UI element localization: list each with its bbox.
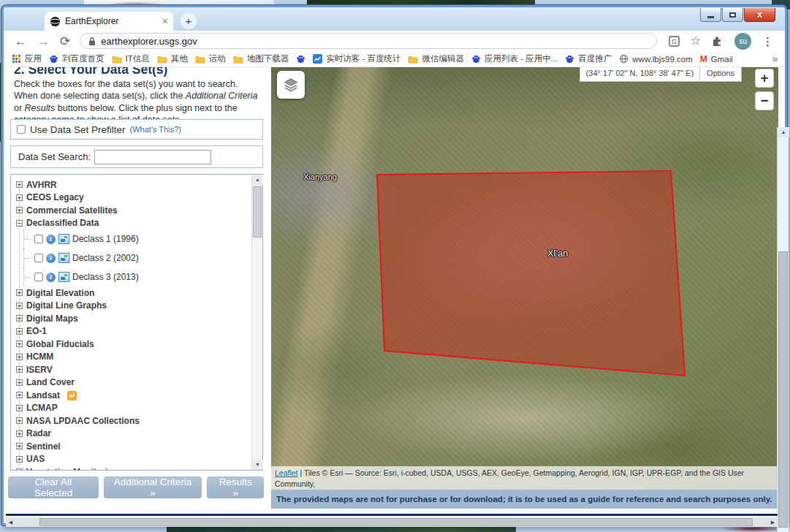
- extensions-puzzle-icon[interactable]: [712, 35, 723, 47]
- expand-icon[interactable]: +: [16, 443, 23, 449]
- tree-category[interactable]: +ISERV: [16, 363, 251, 376]
- expand-icon[interactable]: +: [16, 405, 23, 411]
- scroll-left-icon[interactable]: ◀: [6, 517, 15, 527]
- reload-icon[interactable]: ⟳: [60, 35, 70, 48]
- tree-category[interactable]: +Vegetation Monitoring: [16, 466, 251, 470]
- tree-category[interactable]: +Digital Maps: [16, 312, 251, 325]
- expand-icon[interactable]: +: [16, 430, 23, 437]
- translate-icon[interactable]: G: [669, 36, 680, 47]
- expand-icon[interactable]: +: [16, 456, 23, 463]
- tree-category[interactable]: +Sentinel: [16, 440, 251, 453]
- results-button[interactable]: Results »: [207, 476, 264, 498]
- bookmark-item[interactable]: IT信息: [108, 53, 153, 64]
- tree-category[interactable]: +Digital Elevation: [16, 286, 251, 300]
- expand-icon[interactable]: +: [16, 417, 23, 424]
- bookmark-item[interactable]: 到百度首页: [45, 53, 108, 64]
- scroll-right-icon[interactable]: ▶: [768, 517, 778, 527]
- info-icon[interactable]: i: [46, 273, 56, 282]
- expand-icon[interactable]: +: [16, 207, 23, 213]
- leaflet-link[interactable]: Leaflet: [275, 468, 298, 477]
- tree-category[interactable]: +AVHRR: [16, 178, 251, 191]
- tree-category[interactable]: +CEOS Legacy: [16, 191, 251, 205]
- whats-this-link[interactable]: (What's This?): [130, 125, 181, 134]
- dataset-preview-icon[interactable]: [58, 272, 69, 282]
- back-icon[interactable]: ←: [15, 35, 27, 48]
- bookmark-item[interactable]: 地图下载器: [229, 53, 293, 64]
- vertical-scrollbar-thumb[interactable]: [778, 251, 788, 528]
- dataset-preview-icon[interactable]: [58, 234, 69, 244]
- scroll-down-icon[interactable]: ▼: [252, 460, 263, 470]
- bookmark-item[interactable]: 应用列表 - 应用中...: [468, 53, 561, 64]
- window-minimize-button[interactable]: [700, 8, 721, 22]
- dataset-checkbox[interactable]: [34, 235, 43, 243]
- expand-icon[interactable]: +: [16, 289, 23, 296]
- info-icon[interactable]: i: [46, 254, 56, 263]
- expand-icon[interactable]: +: [16, 303, 23, 309]
- expand-icon[interactable]: +: [16, 379, 23, 386]
- tree-dataset-row[interactable]: iDeclass 1 (1996): [16, 229, 251, 248]
- browser-tab[interactable]: EarthExplorer ×: [45, 12, 173, 31]
- zoom-in-button[interactable]: +: [755, 69, 774, 88]
- prefilter-checkbox[interactable]: [17, 125, 26, 134]
- map-options-button[interactable]: Options: [699, 67, 741, 81]
- expand-icon[interactable]: +: [16, 315, 23, 322]
- bookmark-item[interactable]: 运动: [191, 53, 229, 64]
- tree-dataset-row[interactable]: iDeclass 2 (2002): [16, 248, 251, 267]
- bookmark-item[interactable]: 百度推广: [561, 53, 615, 64]
- search-area-polygon[interactable]: [271, 67, 778, 490]
- bookmark-star-icon[interactable]: ☆: [691, 35, 701, 47]
- new-tab-button[interactable]: +: [181, 13, 197, 29]
- profile-avatar[interactable]: su: [734, 33, 751, 50]
- page-vertical-scrollbar[interactable]: ▲ ▼: [777, 127, 789, 532]
- page-horizontal-scrollbar[interactable]: ◀ ▶: [6, 517, 778, 527]
- dataset-checkbox[interactable]: [34, 273, 43, 281]
- bookmark-item[interactable]: www.lbjs99.com: [615, 54, 696, 64]
- tree-dataset-row[interactable]: iDeclass 3 (2013): [16, 267, 251, 286]
- tree-category[interactable]: +HCMM: [16, 351, 251, 364]
- bookmark-item[interactable]: 其他: [153, 53, 191, 64]
- clear-all-selected-button[interactable]: Clear All Selected: [8, 476, 99, 498]
- tab-close-icon[interactable]: ×: [162, 16, 168, 26]
- expand-icon[interactable]: +: [16, 341, 23, 347]
- bookmark-item[interactable]: MGmail: [696, 55, 737, 64]
- tree-scrollbar[interactable]: ▲ ▼: [251, 175, 262, 470]
- tree-category[interactable]: +UAS: [16, 453, 251, 466]
- bookmark-item[interactable]: 实时访客 - 百度统计: [309, 53, 404, 64]
- window-maximize-button[interactable]: [722, 8, 743, 22]
- window-close-button[interactable]: x: [744, 8, 775, 22]
- address-bar[interactable]: earthexplorer.usgs.gov: [80, 33, 656, 49]
- tree-category[interactable]: +Landsat: [16, 389, 251, 402]
- tree-category[interactable]: −Declassified Data: [16, 217, 251, 230]
- bookmark-item[interactable]: [292, 54, 309, 64]
- collapse-icon[interactable]: −: [16, 220, 23, 227]
- tree-scrollbar-thumb[interactable]: [253, 186, 262, 238]
- expand-icon[interactable]: +: [16, 181, 23, 188]
- horizontal-scrollbar-thumb[interactable]: [39, 518, 753, 526]
- expand-icon[interactable]: +: [16, 328, 23, 335]
- forward-icon[interactable]: →: [37, 35, 50, 48]
- bookmark-item[interactable]: 应用: [8, 53, 45, 64]
- tree-category[interactable]: +Radar: [16, 428, 251, 441]
- tree-category[interactable]: +LCMAP: [16, 402, 251, 415]
- expand-icon[interactable]: +: [16, 194, 23, 201]
- info-icon[interactable]: i: [46, 235, 56, 244]
- tree-category[interactable]: +NASA LPDAAC Collections: [16, 414, 251, 428]
- tree-category[interactable]: +Digital Line Graphs: [16, 300, 251, 313]
- expand-icon[interactable]: +: [16, 468, 23, 470]
- expand-icon[interactable]: +: [16, 392, 23, 398]
- bookmark-item[interactable]: 微信编辑器: [404, 53, 468, 64]
- dataset-preview-icon[interactable]: [58, 253, 69, 263]
- menu-dots-icon[interactable]: ⋮: [762, 36, 773, 47]
- dataset-checkbox[interactable]: [34, 254, 43, 262]
- expand-icon[interactable]: +: [16, 354, 23, 360]
- additional-criteria-button[interactable]: Additional Criteria »: [104, 476, 202, 498]
- tree-category[interactable]: +Global Fiducials: [16, 338, 251, 351]
- bookmarks-overflow-icon[interactable]: »: [772, 53, 780, 64]
- zoom-out-button[interactable]: −: [755, 91, 774, 110]
- expand-icon[interactable]: +: [16, 366, 23, 373]
- tree-category[interactable]: +Land Cover: [16, 376, 251, 390]
- data-set-search-input[interactable]: [94, 150, 211, 164]
- scroll-up-icon[interactable]: ▲: [778, 127, 789, 137]
- tree-category[interactable]: +Commercial Satellites: [16, 204, 251, 217]
- tree-category[interactable]: +EO-1: [16, 325, 251, 338]
